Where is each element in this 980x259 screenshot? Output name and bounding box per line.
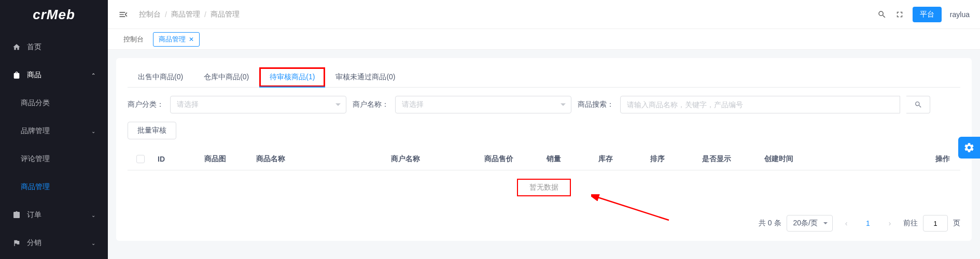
breadcrumb-item[interactable]: 控制台: [139, 10, 161, 19]
page-number[interactable]: 1: [860, 215, 876, 232]
goto-page-input[interactable]: [923, 215, 948, 232]
col-sales: 销量: [542, 154, 594, 164]
filter-category-select[interactable]: 请选择: [170, 96, 346, 113]
tab-product-manage[interactable]: 商品管理 ✕: [153, 32, 200, 47]
tab-label: 商品管理: [159, 35, 186, 44]
tabbar: 控制台 商品管理 ✕: [108, 29, 980, 50]
gear-icon: [963, 142, 975, 153]
next-page-button[interactable]: ›: [881, 215, 898, 232]
sidebar-item-label: 订单: [27, 210, 91, 220]
select-placeholder: 请选择: [402, 100, 424, 109]
breadcrumb-item: 商品管理: [211, 10, 240, 19]
main: 控制台 / 商品管理 / 商品管理 平台 raylua 控制台: [108, 0, 980, 259]
header-right: 平台 raylua: [877, 7, 970, 22]
batch-review-button[interactable]: 批量审核: [128, 122, 176, 139]
search-icon[interactable]: [877, 10, 887, 19]
platform-button[interactable]: 平台: [913, 7, 942, 22]
close-icon[interactable]: ✕: [189, 36, 194, 43]
inner-tab-warehouse[interactable]: 仓库中商品(0): [193, 67, 259, 87]
chevron-up-icon: ⌃: [91, 73, 95, 78]
flag-icon: [12, 239, 21, 247]
sidebar-subitem-review[interactable]: 评论管理: [0, 145, 108, 173]
col-visible: 是否显示: [698, 154, 760, 164]
chevron-down-icon: ⌄: [91, 240, 95, 246]
select-placeholder: 请选择: [177, 100, 199, 109]
tab-label: 控制台: [123, 35, 144, 44]
col-image: 商品图: [200, 154, 252, 164]
card: 出售中商品(0) 仓库中商品(0) 待审核商品(1) 审核未通过商品(0) 商户…: [116, 58, 972, 241]
menu-collapse-icon[interactable]: [118, 9, 129, 20]
breadcrumb: 控制台 / 商品管理 / 商品管理: [139, 10, 240, 19]
filter-search-input[interactable]: [620, 96, 900, 113]
col-stock: 库存: [594, 154, 646, 164]
sidebar-subitem-category[interactable]: 商品分类: [0, 89, 108, 117]
settings-float-button[interactable]: [958, 137, 980, 159]
breadcrumb-separator: /: [165, 10, 167, 19]
breadcrumb-separator: /: [204, 10, 206, 19]
sidebar-item-label: 首页: [27, 42, 95, 52]
inner-tab-onsale[interactable]: 出售中商品(0): [128, 67, 193, 87]
col-action: 操作: [864, 154, 960, 164]
sidebar-item-distribution[interactable]: 分销 ⌄: [0, 229, 108, 257]
prev-page-button[interactable]: ‹: [838, 215, 855, 232]
filter-search-label: 商品搜索：: [578, 100, 614, 109]
col-price: 商品售价: [480, 154, 542, 164]
home-icon: [12, 43, 21, 51]
goto-suffix: 页: [953, 219, 960, 228]
header: 控制台 / 商品管理 / 商品管理 平台 raylua: [108, 0, 980, 29]
breadcrumb-item[interactable]: 商品管理: [171, 10, 200, 19]
sidebar-subitem-label: 评论管理: [21, 154, 50, 164]
sidebar: crMeb 首页 商品 ⌃ 商品分类 品牌管理 ⌄: [0, 0, 108, 259]
sidebar-subitem-label: 商品分类: [21, 98, 50, 108]
sidebar-item-home[interactable]: 首页: [0, 33, 108, 61]
logo: crMeb: [0, 0, 108, 29]
sidebar-subitem-label: 品牌管理: [21, 126, 50, 136]
inner-tab-pending[interactable]: 待审核商品(1): [259, 67, 325, 87]
total-text: 共 0 条: [759, 219, 781, 228]
empty-state: 暂无数据: [128, 170, 960, 205]
sidebar-subitem-brand[interactable]: 品牌管理 ⌄: [0, 117, 108, 145]
goto-label: 前往: [903, 219, 918, 228]
clipboard-icon: [12, 211, 21, 219]
table-header: ID 商品图 商品名称 商户名称 商品售价 销量 库存 排序 是否显示 创建时间…: [128, 148, 960, 170]
empty-text: 暂无数据: [517, 179, 571, 196]
sidebar-subitem-label: 商品管理: [21, 182, 50, 192]
content: 出售中商品(0) 仓库中商品(0) 待审核商品(1) 审核未通过商品(0) 商户…: [108, 50, 980, 259]
tab-console[interactable]: 控制台: [118, 33, 149, 46]
chevron-down-icon: ⌄: [91, 212, 95, 218]
sidebar-item-label: 商品: [27, 70, 91, 80]
sidebar-item-order[interactable]: 订单 ⌄: [0, 201, 108, 229]
col-created: 创建时间: [760, 154, 864, 164]
fullscreen-icon[interactable]: [895, 10, 904, 19]
chevron-down-icon: ⌄: [91, 128, 95, 134]
col-name: 商品名称: [252, 154, 387, 164]
select-all-checkbox[interactable]: [136, 155, 145, 163]
search-button[interactable]: [906, 96, 930, 113]
sidebar-subitem-product-manage[interactable]: 商品管理: [0, 173, 108, 201]
bag-icon: [12, 71, 21, 79]
menu: 首页 商品 ⌃ 商品分类 品牌管理 ⌄ 评论管理 商品管理: [0, 29, 108, 259]
inner-tabs: 出售中商品(0) 仓库中商品(0) 待审核商品(1) 审核未通过商品(0): [128, 67, 960, 88]
table: ID 商品图 商品名称 商户名称 商品售价 销量 库存 排序 是否显示 创建时间…: [128, 148, 960, 205]
col-sort: 排序: [646, 154, 698, 164]
filter-name-label: 商户名称：: [353, 100, 389, 109]
pagination: 共 0 条 20条/页 ‹ 1 › 前往 页: [128, 215, 960, 232]
username[interactable]: raylua: [950, 10, 970, 19]
inner-tab-rejected[interactable]: 审核未通过商品(0): [325, 67, 405, 87]
filter-row: 商户分类： 请选择 商户名称： 请选择 商品搜索：: [128, 96, 960, 113]
sidebar-item-product[interactable]: 商品 ⌃: [0, 61, 108, 89]
filter-name-select[interactable]: 请选择: [395, 96, 571, 113]
page-size-select[interactable]: 20条/页: [787, 215, 833, 232]
filter-category-label: 商户分类：: [128, 100, 164, 109]
sidebar-item-label: 分销: [27, 238, 91, 248]
col-id: ID: [153, 155, 200, 163]
col-merchant: 商户名称: [387, 154, 480, 164]
